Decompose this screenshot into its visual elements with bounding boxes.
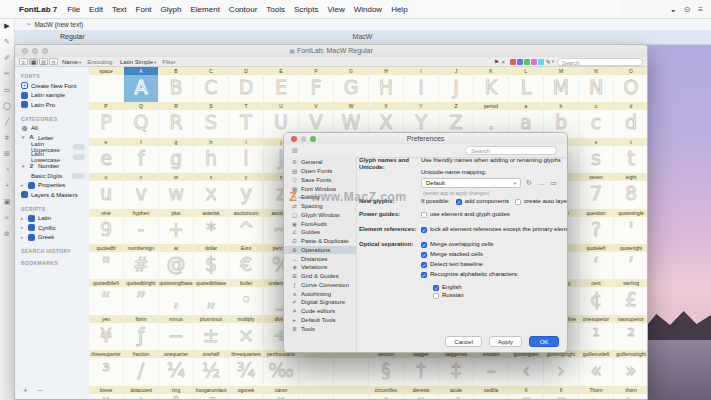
panel-add-remove-buttons[interactable]: + −: [23, 386, 47, 395]
mark-color-swatch[interactable]: [510, 59, 516, 65]
tool-icon-6[interactable]: ╱: [5, 118, 9, 126]
panel-item-create-new-font[interactable]: +Create New Font: [15, 81, 89, 91]
glyph-cell-dagger[interactable]: dagger†: [404, 350, 439, 385]
mark-color-swatch[interactable]: [531, 59, 537, 65]
glyph-cell-Thorn[interactable]: ThornÞ: [579, 386, 614, 399]
view-large-button[interactable]: ▥: [39, 58, 48, 65]
glyph-cell[interactable]: [334, 386, 369, 399]
glyph-cell-fi[interactable]: fiﬁ: [509, 386, 544, 399]
prefs-item-distances[interactable]: ↔Distances: [284, 254, 356, 263]
tool-icon-2[interactable]: ✐: [4, 54, 10, 62]
checkbox-checked[interactable]: ✓: [421, 272, 427, 278]
menu-element[interactable]: Element: [191, 5, 220, 14]
panel-item-layers-masters[interactable]: Layers & Masters: [15, 190, 89, 200]
glyph-cell-i[interactable]: ii: [229, 138, 264, 173]
checkbox-unchecked[interactable]: [421, 212, 427, 218]
glyph-cell-g[interactable]: gg: [159, 138, 194, 173]
menu-view[interactable]: View: [327, 5, 344, 14]
flag-icon[interactable]: ⚑: [494, 58, 499, 65]
glyph-cell-quotedblbase[interactable]: quotedblbase„: [194, 279, 229, 314]
prefs-item-paste-duplicate[interactable]: ⊡Paste & Duplicate: [284, 237, 356, 246]
tool-icon-3[interactable]: ✂: [4, 70, 10, 78]
glyph-cell-w[interactable]: ww: [159, 173, 194, 208]
glyph-cell-quotedblright[interactable]: quotedblright”: [124, 279, 159, 314]
glyph-search-input[interactable]: Search: [557, 58, 643, 66]
glyph-cell-cent[interactable]: cent¢: [579, 279, 614, 314]
prefs-item-general[interactable]: ⚙General: [284, 158, 356, 167]
glyph-cell-u[interactable]: uu: [89, 173, 124, 208]
tool-icon-10[interactable]: +: [5, 182, 9, 190]
glyph-cell-c[interactable]: cc: [579, 102, 614, 137]
prefs-item-guides[interactable]: ∠Guides: [284, 228, 356, 237]
name-mode-dropdown[interactable]: Name▾: [62, 59, 81, 65]
glyph-cell-M[interactable]: MM: [544, 67, 579, 102]
mark-color-swatch[interactable]: [524, 59, 530, 65]
menu-edit[interactable]: Edit: [89, 5, 103, 14]
prefs-item-curve-conversion[interactable]: ∫Curve Conversion: [284, 281, 356, 290]
checkbox-checked[interactable]: ✓: [456, 199, 462, 205]
glyph-cell-T[interactable]: TT: [229, 102, 264, 137]
menu-scripts[interactable]: Scripts: [294, 5, 318, 14]
preferences-search-input[interactable]: Search: [465, 146, 557, 155]
glyph-cell-quotesingle[interactable]: quotesingle': [614, 209, 648, 244]
glyph-cell-t[interactable]: tt: [614, 138, 648, 173]
status-icon-1[interactable]: ⊙: [684, 5, 691, 14]
glyph-cell-L[interactable]: LL: [509, 67, 544, 102]
glyph-cell-K[interactable]: KK: [474, 67, 509, 102]
mark-color-swatch[interactable]: [517, 59, 523, 65]
panel-item-latin-lowercase[interactable]: Latin Lowercase: [15, 152, 89, 162]
glyph-cell-A[interactable]: AA: [124, 67, 159, 102]
menu-file[interactable]: File: [67, 5, 80, 14]
tool-icon-11[interactable]: ▣: [4, 198, 11, 206]
glyph-cell-quoteleft[interactable]: quoteleft‘: [579, 244, 614, 279]
glyph-cell-asciicircum[interactable]: asciicircum^: [229, 209, 264, 244]
checkbox-checked[interactable]: ✓: [433, 285, 439, 291]
glyph-cell-D[interactable]: DD: [229, 67, 264, 102]
glyph-cell-P[interactable]: PP: [89, 102, 124, 137]
menu-window[interactable]: Window: [354, 5, 382, 14]
tool-icon-13[interactable]: ⊘: [4, 230, 10, 238]
status-icon-2[interactable]: ≡: [698, 5, 703, 14]
glyph-cell-ring[interactable]: ring˚: [159, 386, 194, 399]
status-icon-0[interactable]: ◒: [671, 5, 676, 14]
glyph-cell-guillemotleft[interactable]: guillemotleft«: [579, 350, 614, 385]
prefs-item-tools[interactable]: ≣Tools: [284, 324, 356, 333]
unicode-mapping-dropdown[interactable]: Default▾: [421, 178, 521, 188]
encoding-dropdown[interactable]: Latin Simple▾: [120, 59, 156, 65]
glyph-cell-space[interactable]: space: [89, 67, 124, 102]
panel-item-latin-pro[interactable]: Latin Pro: [15, 100, 89, 110]
glyph-cell-fraction[interactable]: fraction/: [124, 350, 159, 385]
checkbox-checked[interactable]: ✓: [421, 252, 427, 258]
glyph-cell-plusminus[interactable]: plusminus±: [194, 315, 229, 350]
glyph-cell-J[interactable]: JJ: [439, 67, 474, 102]
menu-help[interactable]: Help: [391, 5, 407, 14]
glyph-cell-thorn[interactable]: thornþ: [614, 386, 648, 399]
glyph-cell-H[interactable]: HH: [369, 67, 404, 102]
clear-mark-icon[interactable]: ✕: [501, 59, 506, 65]
glyph-cell-F[interactable]: FF: [299, 67, 334, 102]
glyph-cell-C[interactable]: CC: [194, 67, 229, 102]
menu-glyph[interactable]: Glyph: [161, 5, 182, 14]
glyph-cell-hungarumlaut[interactable]: hungarumlaut˝: [194, 386, 229, 399]
glyph-cell-numbersign[interactable]: numbersign#: [124, 244, 159, 279]
glyph-cell-e[interactable]: ee: [89, 138, 124, 173]
prefs-item-code-editors[interactable]: #Code editors: [284, 307, 356, 316]
glyph-cell[interactable]: [299, 350, 334, 385]
glyph-cell-dollar[interactable]: dollar$: [194, 244, 229, 279]
option-create-auto-layers[interactable]: create auto layers: [515, 198, 568, 205]
glyph-cell-x[interactable]: xx: [194, 173, 229, 208]
glyph-cell-multiply[interactable]: multiply×: [229, 315, 264, 350]
glyph-cell-hyphen[interactable]: hyphen-: [124, 209, 159, 244]
glyph-cell-fl[interactable]: flﬂ: [544, 386, 579, 399]
checkbox-unchecked[interactable]: [515, 199, 521, 205]
glyph-cell-question[interactable]: question?: [579, 209, 614, 244]
glyph-cell-threesuperior[interactable]: threesuperior³: [89, 350, 124, 385]
glyph-cell-threequarters[interactable]: threequarters¾: [229, 350, 264, 385]
app-menu[interactable]: FontLab 7: [19, 5, 57, 14]
glyph-cell-plus[interactable]: plus+: [159, 209, 194, 244]
glyph-cell-Euro[interactable]: Euro€: [229, 244, 264, 279]
glyph-cell-h[interactable]: hh: [194, 138, 229, 173]
panel-item-cyrillic[interactable]: ▸Cyrillic: [15, 223, 89, 233]
tool-icon-8[interactable]: ⊞: [4, 150, 10, 158]
glyph-cell-N[interactable]: NN: [579, 67, 614, 102]
